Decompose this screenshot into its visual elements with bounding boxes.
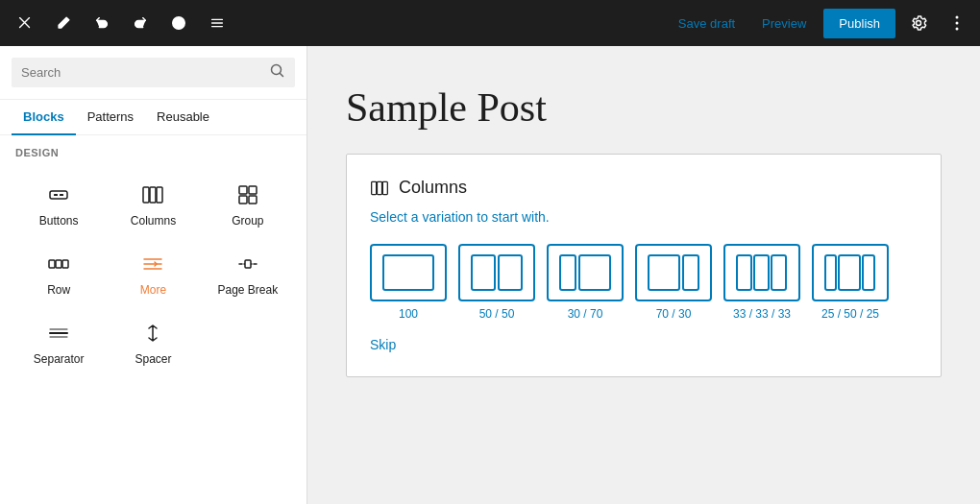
columns-block-icon bbox=[370, 179, 389, 198]
variation-30-70[interactable]: 30 / 70 bbox=[547, 244, 624, 321]
spacer-label: Spacer bbox=[135, 352, 171, 366]
variation-30-70-box bbox=[547, 244, 624, 301]
svg-rect-34 bbox=[772, 255, 786, 290]
svg-rect-11 bbox=[239, 186, 247, 194]
variation-33-33-33[interactable]: 33 / 33 / 33 bbox=[723, 244, 800, 321]
columns-label: Columns bbox=[131, 214, 176, 228]
buttons-icon bbox=[47, 181, 70, 208]
toolbar-left bbox=[8, 6, 234, 40]
svg-rect-12 bbox=[249, 186, 257, 194]
block-item-row[interactable]: Row bbox=[12, 239, 106, 308]
columns-header: Columns bbox=[370, 178, 918, 198]
svg-rect-22 bbox=[372, 181, 377, 194]
columns-icon bbox=[141, 181, 164, 208]
undo-button[interactable] bbox=[85, 6, 119, 40]
svg-rect-9 bbox=[150, 187, 156, 203]
publish-button[interactable]: Publish bbox=[823, 9, 895, 38]
more-label: More bbox=[140, 283, 166, 297]
svg-rect-37 bbox=[863, 255, 874, 290]
save-draft-button[interactable]: Save draft bbox=[669, 11, 745, 36]
preview-button[interactable]: Preview bbox=[752, 11, 816, 36]
post-title[interactable]: Sample Post bbox=[346, 84, 942, 131]
info-button[interactable] bbox=[161, 6, 196, 40]
list-view-button[interactable] bbox=[200, 6, 234, 40]
svg-rect-16 bbox=[56, 260, 61, 268]
search-icon bbox=[270, 63, 285, 82]
svg-point-2 bbox=[956, 22, 959, 25]
page-break-icon bbox=[236, 251, 259, 277]
block-grid: Buttons Columns Group bbox=[0, 162, 306, 385]
search-input[interactable] bbox=[21, 65, 262, 80]
skip-link[interactable]: Skip bbox=[370, 337, 396, 352]
columns-subtitle: Select a variation to start with. bbox=[370, 209, 918, 225]
block-item-columns[interactable]: Columns bbox=[106, 170, 200, 239]
separator-icon bbox=[47, 320, 70, 347]
edit-button[interactable] bbox=[46, 6, 81, 40]
tab-patterns[interactable]: Patterns bbox=[76, 100, 145, 135]
sidebar: Blocks Patterns Reusable DESIGN Buttons bbox=[0, 46, 307, 504]
svg-rect-5 bbox=[50, 191, 67, 199]
more-icon bbox=[141, 251, 164, 277]
svg-rect-36 bbox=[839, 255, 860, 290]
svg-rect-29 bbox=[579, 255, 610, 290]
variation-100-label: 100 bbox=[399, 307, 418, 321]
svg-rect-26 bbox=[472, 255, 495, 290]
design-section-label: DESIGN bbox=[0, 135, 306, 162]
svg-rect-28 bbox=[560, 255, 576, 290]
variation-25-50-25-label: 25 / 50 / 25 bbox=[821, 307, 879, 321]
svg-rect-32 bbox=[737, 255, 751, 290]
svg-rect-30 bbox=[649, 255, 679, 290]
svg-rect-25 bbox=[383, 255, 433, 290]
block-item-buttons[interactable]: Buttons bbox=[12, 170, 106, 239]
subtitle-highlight: with. bbox=[522, 209, 550, 225]
toolbar-right: Save draft Preview Publish bbox=[669, 8, 972, 38]
settings-button[interactable] bbox=[903, 8, 934, 38]
sidebar-tabs: Blocks Patterns Reusable bbox=[0, 100, 306, 135]
tab-reusable[interactable]: Reusable bbox=[145, 100, 221, 135]
variation-100[interactable]: 100 bbox=[370, 244, 447, 321]
variation-70-30-label: 70 / 30 bbox=[656, 307, 692, 321]
variation-70-30[interactable]: 70 / 30 bbox=[635, 244, 712, 321]
variation-grid: 100 50 / 50 30 / 70 bbox=[370, 244, 918, 321]
variation-50-50[interactable]: 50 / 50 bbox=[458, 244, 535, 321]
group-label: Group bbox=[232, 214, 263, 228]
svg-rect-33 bbox=[754, 255, 769, 290]
toolbar: Save draft Preview Publish bbox=[0, 0, 980, 46]
svg-rect-7 bbox=[60, 194, 63, 196]
svg-rect-6 bbox=[54, 194, 58, 196]
variation-100-box bbox=[370, 244, 447, 301]
group-icon bbox=[236, 181, 259, 208]
variation-33-33-33-box bbox=[723, 244, 800, 301]
content-area: Sample Post Columns Select a variation t… bbox=[307, 46, 980, 504]
row-label: Row bbox=[47, 283, 70, 297]
subtitle-text: Select a variation to start bbox=[370, 209, 522, 225]
variation-70-30-box bbox=[635, 244, 712, 301]
block-item-spacer[interactable]: Spacer bbox=[106, 308, 200, 377]
svg-rect-14 bbox=[249, 196, 257, 204]
variation-33-33-33-label: 33 / 33 / 33 bbox=[733, 307, 791, 321]
svg-point-1 bbox=[956, 16, 959, 19]
block-item-page-break[interactable]: Page Break bbox=[201, 239, 295, 308]
row-icon bbox=[47, 251, 70, 277]
svg-rect-18 bbox=[245, 260, 251, 268]
columns-block: Columns Select a variation to start with… bbox=[346, 154, 942, 377]
close-button[interactable] bbox=[8, 6, 42, 40]
variation-25-50-25[interactable]: 25 / 50 / 25 bbox=[812, 244, 889, 321]
svg-rect-31 bbox=[683, 255, 698, 290]
svg-rect-24 bbox=[382, 181, 387, 194]
block-item-more[interactable]: More bbox=[106, 239, 200, 308]
svg-point-3 bbox=[956, 28, 959, 31]
separator-label: Separator bbox=[34, 352, 85, 366]
redo-button[interactable] bbox=[123, 6, 158, 40]
variation-30-70-label: 30 / 70 bbox=[568, 307, 603, 321]
block-item-separator[interactable]: Separator bbox=[12, 308, 106, 377]
svg-rect-10 bbox=[157, 187, 162, 203]
block-item-group[interactable]: Group bbox=[201, 170, 295, 239]
svg-rect-15 bbox=[49, 260, 55, 268]
tab-blocks[interactable]: Blocks bbox=[12, 100, 76, 135]
more-options-button[interactable] bbox=[942, 8, 972, 38]
buttons-label: Buttons bbox=[39, 214, 79, 228]
variation-50-50-label: 50 / 50 bbox=[479, 307, 515, 321]
spacer-icon bbox=[141, 320, 164, 347]
variation-50-50-box bbox=[458, 244, 535, 301]
